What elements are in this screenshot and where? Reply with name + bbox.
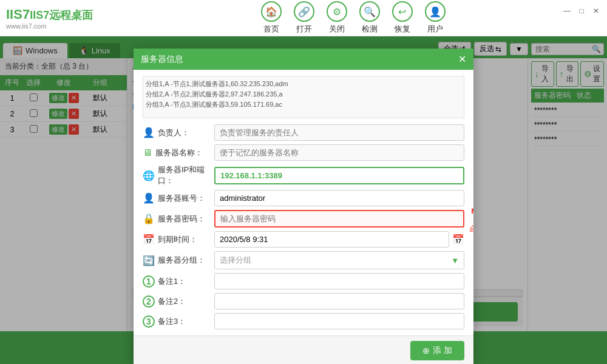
modal-server-list: 分组1,A -节点1,测试服务器1,60.32.235.230,adm 分组2,… — [143, 76, 464, 118]
nav-open-label: 打开 — [296, 24, 312, 35]
nav-home[interactable]: 🏠 首页 — [261, 1, 282, 35]
nav-home-label: 首页 — [263, 24, 279, 35]
form-row-note2: 2 备注2： — [143, 293, 464, 309]
detect-icon: 🔍 — [359, 1, 380, 22]
annotation-area: ↙ 必须添加的信 — [469, 204, 473, 234]
ip-label: 🌐 服务器IP和端口： — [143, 164, 209, 186]
add-icon: ⊕ — [422, 346, 430, 356]
note1-circle: 1 — [143, 275, 155, 288]
expiry-label: 📅 到期时间： — [143, 234, 209, 245]
modal-server-item-2: 分组2,A -节点2,测试服务器2,97.247.186.235,a — [146, 89, 461, 99]
close-nav-icon: ⚙ — [327, 1, 347, 22]
note3-input[interactable] — [214, 313, 464, 329]
logo-area: IIS7IIS7远程桌面 www.iis7.com — [6, 7, 93, 30]
open-icon: 🔗 — [294, 1, 314, 22]
form-row-note3: 3 备注3： — [143, 313, 464, 329]
note2-input[interactable] — [214, 293, 464, 309]
group-icon: 🔄 — [143, 255, 155, 266]
home-icon: 🏠 — [261, 1, 282, 22]
nav-open[interactable]: 🔗 打开 — [294, 1, 314, 35]
account-icon: 👤 — [143, 192, 155, 204]
name-label: 🖥 服务器名称： — [143, 147, 209, 158]
nav-restore-label: 恢复 — [395, 24, 410, 35]
nav-close-label: 关闭 — [329, 24, 345, 35]
main-content: 当前分类：全部（总 3 台） 序号 选择 修改 分组 1 修改 ✕ 默认 2 修… — [0, 58, 607, 331]
form-row-expiry: 📅 到期时间： 📅 — [143, 231, 464, 248]
modal-title: 服务器信息 — [141, 54, 183, 65]
add-label: 添 加 — [433, 345, 452, 356]
annotation-text: 必须添加的信 — [469, 224, 473, 234]
nav-icons: 🏠 首页 🔗 打开 ⚙ 关闭 🔍 检测 ↩ 恢复 👤 用户 — [105, 1, 601, 35]
app-subtitle: www.iis7.com — [6, 22, 93, 30]
chevron-down-icon: ▼ — [451, 256, 459, 265]
modal-close-button[interactable]: ✕ — [458, 53, 466, 65]
user-icon: 👤 — [425, 1, 446, 22]
lock-icon: 🔒 — [143, 213, 155, 224]
window-close-button[interactable]: ✕ — [591, 6, 601, 16]
restore-icon: ↩ — [392, 1, 413, 22]
nav-user-label: 用户 — [427, 24, 443, 35]
ip-input[interactable] — [214, 167, 464, 184]
add-server-button[interactable]: ⊕ 添 加 — [410, 341, 464, 360]
arrow-icon: ↙ — [469, 204, 473, 224]
nav-detect-label: 检测 — [362, 24, 378, 35]
modal-header: 服务器信息 ✕ — [134, 49, 473, 70]
note3-label: 3 备注3： — [143, 315, 209, 328]
note2-circle: 2 — [143, 295, 155, 308]
datepicker-icon[interactable]: 📅 — [452, 234, 464, 245]
window-controls: — □ ✕ — [562, 6, 601, 16]
nav-detect[interactable]: 🔍 检测 — [359, 1, 380, 35]
modal-server-item-3: 分组3,A -节点3,测试服务器3,59.105.171.69,ac — [146, 99, 461, 110]
owner-label: 👤 负责人： — [143, 127, 209, 138]
note1-input[interactable] — [214, 273, 464, 289]
nav-user[interactable]: 👤 用户 — [425, 1, 446, 35]
modal-form: 👤 负责人： 🖥 服务器名称： — [143, 124, 464, 329]
note3-circle: 3 — [143, 315, 155, 328]
note2-label: 2 备注2： — [143, 295, 209, 308]
account-input[interactable] — [214, 190, 464, 206]
calendar-icon: 📅 — [143, 234, 155, 245]
account-label: 👤 服务器账号： — [143, 192, 209, 204]
nav-restore[interactable]: ↩ 恢复 — [392, 1, 413, 35]
modal-overlay: 服务器信息 ✕ 分组1,A -节点1,测试服务器1,60.32.235.230,… — [0, 36, 607, 364]
owner-icon: 👤 — [143, 127, 155, 138]
password-input[interactable] — [214, 210, 464, 228]
form-row-ip: 🌐 服务器IP和端口： — [143, 164, 464, 186]
expiry-input[interactable] — [214, 231, 449, 248]
form-row-group: 🔄 服务器分组： 选择分组 ▼ — [143, 251, 464, 269]
form-row-owner: 👤 负责人： — [143, 124, 464, 141]
titlebar: IIS7IIS7远程桌面 www.iis7.com 🏠 首页 🔗 打开 ⚙ 关闭… — [0, 0, 607, 36]
server-name-input[interactable] — [214, 144, 464, 161]
minimize-button[interactable]: — — [562, 6, 572, 16]
modal-footer: ⊕ 添 加 — [134, 335, 473, 364]
form-row-account: 👤 服务器账号： — [143, 190, 464, 206]
nav-close[interactable]: ⚙ 关闭 — [327, 1, 347, 35]
modal-body: 分组1,A -节点1,测试服务器1,60.32.235.230,adm 分组2,… — [134, 70, 473, 335]
server-info-modal: 服务器信息 ✕ 分组1,A -节点1,测试服务器1,60.32.235.230,… — [134, 49, 473, 364]
password-label: 🔒 服务器密码： — [143, 213, 209, 224]
ip-icon: 🌐 — [143, 170, 155, 181]
form-row-password: 🔒 服务器密码： ↙ 必须添加的信 — [143, 210, 464, 228]
group-select[interactable]: 选择分组 ▼ — [214, 251, 464, 269]
form-row-note1: 1 备注1： — [143, 273, 464, 289]
group-label: 🔄 服务器分组： — [143, 255, 209, 266]
modal-server-item-1: 分组1,A -节点1,测试服务器1,60.32.235.230,adm — [146, 79, 461, 89]
app-title: IIS7IIS7远程桌面 — [6, 7, 93, 22]
owner-input[interactable] — [214, 124, 464, 141]
note1-label: 1 备注1： — [143, 275, 209, 288]
monitor-icon: 🖥 — [143, 147, 152, 158]
date-row: 📅 — [214, 231, 464, 248]
form-row-name: 🖥 服务器名称： — [143, 144, 464, 161]
maximize-button[interactable]: □ — [577, 6, 586, 16]
